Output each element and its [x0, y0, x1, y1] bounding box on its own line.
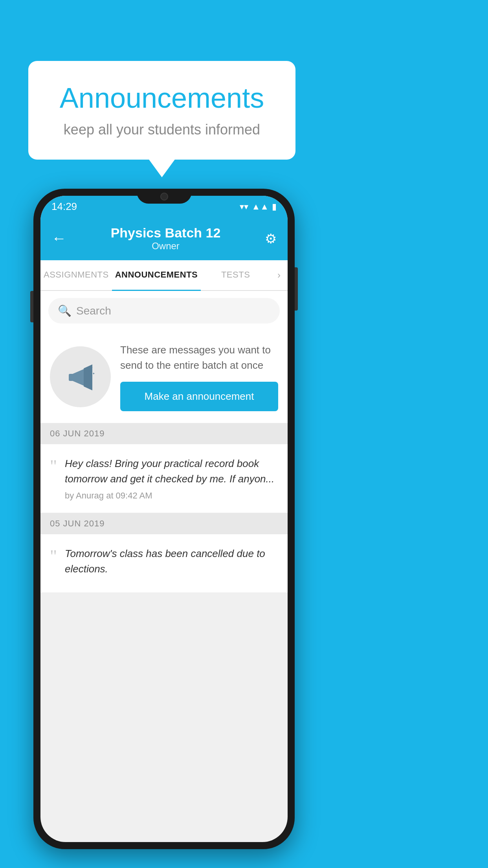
phone-notch — [137, 189, 192, 204]
camera-cutout — [160, 193, 168, 200]
signal-icon: ▲▲ — [251, 202, 269, 212]
svg-rect-2 — [69, 374, 73, 381]
header-subtitle: Owner — [66, 241, 265, 252]
speech-bubble: Announcements keep all your students inf… — [28, 61, 295, 160]
announcement-content-2: Tomorrow's class has been cancelled due … — [65, 546, 278, 581]
megaphone-circle: ✦ ✦ — [50, 346, 111, 407]
svg-text:✦: ✦ — [89, 365, 93, 370]
tab-assignments[interactable]: ASSIGNMENTS — [40, 260, 112, 290]
settings-icon[interactable]: ⚙ — [265, 231, 277, 246]
svg-text:✦: ✦ — [92, 372, 95, 375]
header-title-section: Physics Batch 12 Owner — [66, 225, 265, 252]
phone-outer: 14:29 ▾▾ ▲▲ ▮ ← Physics Batch 12 Owner ⚙ — [33, 189, 295, 849]
announcement-text-2: Tomorrow's class has been cancelled due … — [65, 546, 278, 577]
announcement-content-1: Hey class! Bring your practical record b… — [65, 456, 278, 501]
quote-icon-2: " — [50, 548, 57, 565]
tab-announcements[interactable]: ANNOUNCEMENTS — [112, 260, 201, 290]
search-container: 🔍 Search — [40, 291, 288, 331]
announcement-item-2[interactable]: " Tomorrow's class has been cancelled du… — [40, 534, 288, 593]
megaphone-icon: ✦ ✦ — [65, 361, 96, 393]
search-bar[interactable]: 🔍 Search — [48, 298, 280, 324]
status-icons: ▾▾ ▲▲ ▮ — [240, 202, 277, 212]
quote-icon-1: " — [50, 458, 57, 475]
promo-description: These are messages you want to send to t… — [120, 342, 278, 373]
promo-content: These are messages you want to send to t… — [120, 342, 278, 411]
status-time: 14:29 — [51, 200, 77, 213]
phone-screen: 14:29 ▾▾ ▲▲ ▮ ← Physics Batch 12 Owner ⚙ — [40, 196, 288, 842]
wifi-icon: ▾▾ — [240, 202, 248, 212]
tab-tests[interactable]: TESTS — [201, 260, 270, 290]
svg-marker-0 — [73, 369, 84, 386]
phone-mockup: 14:29 ▾▾ ▲▲ ▮ ← Physics Batch 12 Owner ⚙ — [33, 189, 295, 849]
promo-section: ✦ ✦ These are messages you want to send … — [40, 331, 288, 423]
battery-icon: ▮ — [272, 202, 277, 212]
search-placeholder: Search — [76, 305, 111, 317]
announcement-item-1[interactable]: " Hey class! Bring your practical record… — [40, 444, 288, 513]
bubble-subtitle: keep all your students informed — [52, 121, 272, 138]
tabs-container: ASSIGNMENTS ANNOUNCEMENTS TESTS › — [40, 260, 288, 291]
bubble-title: Announcements — [52, 83, 272, 114]
announcement-meta-1: by Anurag at 09:42 AM — [65, 491, 278, 501]
date-separator-1: 06 JUN 2019 — [40, 423, 288, 444]
search-icon: 🔍 — [58, 304, 72, 317]
date-separator-2: 05 JUN 2019 — [40, 513, 288, 534]
make-announcement-button[interactable]: Make an announcement — [120, 382, 278, 411]
announcement-text-1: Hey class! Bring your practical record b… — [65, 456, 278, 487]
speech-bubble-container: Announcements keep all your students inf… — [28, 61, 295, 160]
back-button[interactable]: ← — [51, 230, 66, 247]
tab-more[interactable]: › — [270, 260, 288, 290]
header-title: Physics Batch 12 — [66, 225, 265, 241]
app-header: ← Physics Batch 12 Owner ⚙ — [40, 217, 288, 260]
